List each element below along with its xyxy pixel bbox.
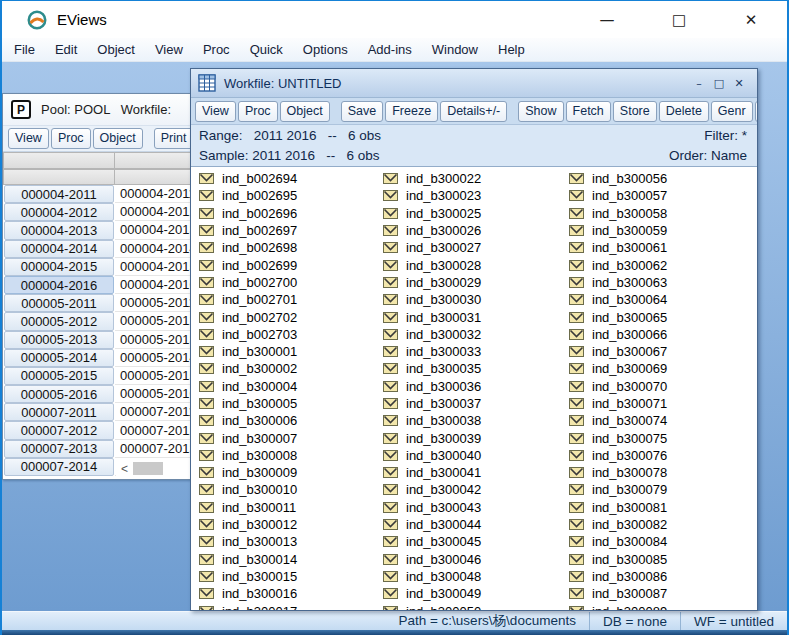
series-item[interactable]: ind_b300084 (569, 533, 753, 550)
pool-row-header[interactable]: 000004-2012 (4, 203, 114, 221)
scroll-left-arrow-icon[interactable]: < (116, 462, 133, 476)
pool-row-header[interactable]: 000004-2014 (4, 240, 114, 258)
series-item[interactable]: ind_b300038 (383, 412, 567, 429)
pool-horizontal-scrollbar[interactable]: < (116, 460, 201, 477)
series-item[interactable]: ind_b300071 (569, 395, 753, 412)
workfile-toolbar-button[interactable]: Save (341, 101, 384, 122)
workfile-toolbar-button[interactable]: Object (280, 101, 330, 122)
series-item[interactable]: ind_b300022 (383, 170, 567, 187)
series-item[interactable]: ind_b300067 (569, 343, 753, 360)
pool-row-header[interactable]: 000007-2014 (4, 458, 114, 476)
series-item[interactable]: ind_b300028 (383, 256, 567, 273)
workfile-toolbar-button[interactable]: Freeze (385, 101, 438, 122)
series-item[interactable]: ind_b300066 (569, 326, 753, 343)
workfile-toolbar-button[interactable]: Sample (755, 101, 758, 122)
pool-data-cell[interactable]: 000005-2015 (115, 367, 201, 385)
maximize-icon[interactable]: □ (643, 1, 715, 38)
series-item[interactable]: ind_b300032 (383, 326, 567, 343)
series-item[interactable]: ind_b300033 (383, 343, 567, 360)
series-item[interactable]: ind_b300085 (569, 551, 753, 568)
series-item[interactable]: ind_b002701 (199, 291, 383, 308)
pool-data-cell[interactable]: 000004-2012 (115, 203, 201, 221)
pool-data-cell[interactable]: 000005-2016 (115, 385, 201, 403)
series-item[interactable]: ind_b300048 (383, 568, 567, 585)
workfile-toolbar-button[interactable]: Genr (711, 101, 753, 122)
pool-data-cell[interactable]: 000005-2013 (115, 331, 201, 349)
series-item[interactable]: ind_b300062 (569, 256, 753, 273)
workfile-titlebar[interactable]: Workfile: UNTITLED – □ ✕ (191, 69, 757, 98)
series-item[interactable]: ind_b300023 (383, 187, 567, 204)
series-item[interactable]: ind_b300043 (383, 499, 567, 516)
pool-row-header[interactable]: 000005-2011 (4, 294, 114, 312)
menu-item[interactable]: View (145, 39, 193, 60)
series-item[interactable]: ind_b300011 (199, 499, 383, 516)
menu-item[interactable]: File (4, 39, 45, 60)
workfile-toolbar-button[interactable]: Store (613, 101, 657, 122)
series-item[interactable]: ind_b300036 (383, 378, 567, 395)
minimize-icon[interactable]: — (571, 1, 643, 38)
pool-data-cell[interactable]: 000005-2014 (115, 349, 201, 367)
pool-row-header[interactable]: 000005-2015 (4, 367, 114, 385)
series-item[interactable]: ind_b300061 (569, 239, 753, 256)
pool-row-header[interactable]: 000005-2013 (4, 331, 114, 349)
series-item[interactable]: ind_b300082 (569, 516, 753, 533)
series-item[interactable]: ind_b300037 (383, 395, 567, 412)
pool-row-header[interactable]: 000007-2013 (4, 440, 114, 458)
series-item[interactable]: ind_b300069 (569, 360, 753, 377)
series-item[interactable]: ind_b300042 (383, 481, 567, 498)
series-item[interactable]: ind_b300012 (199, 516, 383, 533)
series-item[interactable]: ind_b300009 (199, 464, 383, 481)
series-item[interactable]: ind_b300059 (569, 222, 753, 239)
series-item[interactable]: ind_b300015 (199, 568, 383, 585)
series-item[interactable]: ind_b300078 (569, 464, 753, 481)
menu-item[interactable]: Quick (240, 39, 293, 60)
close-icon[interactable]: ✕ (715, 1, 787, 38)
series-item[interactable]: ind_b002699 (199, 256, 383, 273)
series-item[interactable]: ind_b300065 (569, 308, 753, 325)
series-item[interactable]: ind_b300045 (383, 533, 567, 550)
series-item[interactable]: ind_b300057 (569, 187, 753, 204)
series-item[interactable]: ind_b300086 (569, 568, 753, 585)
series-item[interactable]: ind_b300044 (383, 516, 567, 533)
series-item[interactable]: ind_b300029 (383, 274, 567, 291)
series-item[interactable]: ind_b300008 (199, 447, 383, 464)
menu-item[interactable]: Window (422, 39, 488, 60)
series-item[interactable]: ind_b300041 (383, 464, 567, 481)
workfile-toolbar-button[interactable]: Delete (659, 101, 709, 122)
series-item[interactable]: ind_b300049 (383, 585, 567, 602)
series-item[interactable]: ind_b300064 (569, 291, 753, 308)
series-item[interactable]: ind_b300004 (199, 378, 383, 395)
series-item[interactable]: ind_b300081 (569, 499, 753, 516)
pool-data-cell[interactable]: 000004-2013 (115, 221, 201, 239)
series-item[interactable]: ind_b300016 (199, 585, 383, 602)
series-item[interactable]: ind_b002697 (199, 222, 383, 239)
pool-data-cell[interactable]: 000007-2012 (115, 421, 201, 439)
pool-row-header[interactable]: 000004-2016 (4, 276, 114, 294)
workfile-toolbar-button[interactable]: View (195, 101, 236, 122)
workfile-minimize-icon[interactable]: – (689, 77, 709, 90)
pool-row-header[interactable]: 000004-2015 (4, 258, 114, 276)
series-item[interactable]: ind_b300017 (199, 602, 383, 610)
series-item[interactable]: ind_b002698 (199, 239, 383, 256)
pool-row-header[interactable]: 000005-2012 (4, 312, 114, 330)
pool-data-cell[interactable]: 000004-2011 (115, 185, 201, 203)
series-item[interactable]: ind_b300063 (569, 274, 753, 291)
series-item[interactable]: ind_b300070 (569, 378, 753, 395)
series-item[interactable]: ind_b300074 (569, 412, 753, 429)
pool-data-cell[interactable]: 000004-2016 (115, 276, 201, 294)
series-item[interactable]: ind_b300046 (383, 551, 567, 568)
pool-data-cell[interactable]: 000004-2015 (115, 258, 201, 276)
menu-item[interactable]: Edit (45, 39, 87, 60)
series-item[interactable]: ind_b300013 (199, 533, 383, 550)
series-item[interactable]: ind_b300056 (569, 170, 753, 187)
series-item[interactable]: ind_b300040 (383, 447, 567, 464)
menu-item[interactable]: Help (488, 39, 535, 60)
workfile-toolbar-button[interactable]: Show (518, 101, 563, 122)
series-item[interactable]: ind_b300076 (569, 447, 753, 464)
workfile-maximize-icon[interactable]: □ (709, 77, 729, 90)
pool-toolbar-button[interactable]: View (8, 128, 49, 149)
series-item[interactable]: ind_b300031 (383, 308, 567, 325)
series-item[interactable]: ind_b300007 (199, 429, 383, 446)
series-item[interactable]: ind_b300039 (383, 429, 567, 446)
menu-item[interactable]: Add-ins (358, 39, 422, 60)
